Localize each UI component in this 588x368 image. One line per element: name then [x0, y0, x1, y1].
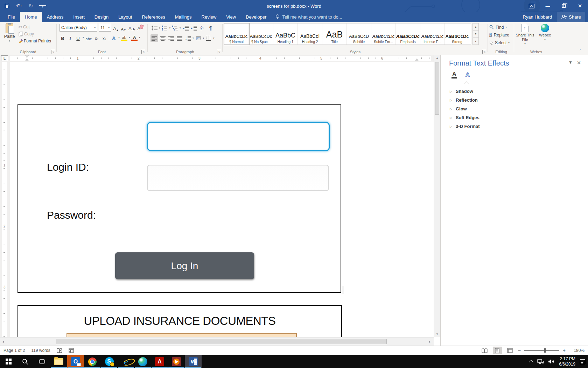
horizontal-ruler[interactable]: 1 2 3 4 5 6	[10, 56, 431, 61]
style-strong[interactable]: AaBbCcDcStrong	[445, 23, 469, 45]
style-subtle-emphasis[interactable]: AaBbCcDcSubtle Em...	[371, 23, 396, 45]
tab-references[interactable]: References	[137, 12, 170, 22]
upload-section-shape[interactable]: UPLOAD INSURANCE DOCUMENTS	[18, 305, 342, 337]
replace-button[interactable]: abac Replace	[489, 31, 509, 39]
format-painter-button[interactable]: Format Painter	[18, 38, 52, 44]
vertical-ruler[interactable]: 1 2 3	[2, 62, 7, 337]
italic-button[interactable]: I	[67, 34, 74, 41]
undo-button[interactable]: ↶▾	[15, 2, 22, 10]
media-player-button[interactable]	[168, 355, 185, 368]
select-button[interactable]: Select▾	[489, 39, 510, 46]
grow-font-button[interactable]: A▲	[113, 24, 119, 31]
redo-button[interactable]: ↻	[27, 2, 34, 10]
multilevel-dropdown-icon[interactable]: ▾	[180, 27, 181, 29]
multilevel-list-button[interactable]	[171, 24, 179, 32]
collapse-ribbon-button[interactable]: ⌃	[578, 49, 583, 53]
bullets-dropdown-icon[interactable]: ▾	[159, 27, 160, 29]
clipboard-dialog-launcher[interactable]: ↘	[51, 50, 55, 54]
underline-dropdown-icon[interactable]: ▾	[83, 36, 84, 39]
tell-me-box[interactable]: Tell me what you want to do...	[271, 12, 346, 22]
font-dialog-launcher[interactable]: ↘	[141, 50, 145, 54]
network-icon[interactable]	[537, 359, 544, 364]
pane-item-glow[interactable]: ▷Glow	[450, 106, 467, 111]
save-button[interactable]	[4, 2, 10, 10]
underline-button[interactable]: U	[75, 34, 81, 41]
borders-dropdown-icon[interactable]: ▾	[213, 37, 215, 40]
pane-item-3d-format[interactable]: ▷3-D Format	[450, 124, 480, 129]
tab-developer[interactable]: Developer	[241, 12, 271, 22]
right-indent-marker[interactable]	[415, 59, 419, 61]
minimize-button[interactable]: —	[540, 0, 556, 12]
decrease-indent-button[interactable]: ◄	[182, 24, 189, 32]
speaker-icon[interactable]	[548, 359, 554, 364]
tab-view[interactable]: View	[221, 12, 241, 22]
style-intense-emphasis[interactable]: AaBbCcDcIntense E...	[420, 23, 445, 45]
zoom-slider-thumb[interactable]	[544, 348, 546, 353]
tab-mailings[interactable]: Mailings	[170, 12, 197, 22]
style-no-spacing[interactable]: AaBbCcDc¶ No Spac...	[249, 23, 273, 45]
highlight-button[interactable]: ab	[121, 34, 127, 41]
web-layout-button[interactable]	[505, 347, 514, 354]
zoom-in-button[interactable]: +	[563, 348, 566, 353]
share-button[interactable]: Share	[557, 12, 585, 22]
sort-button[interactable]: AZ↓	[198, 24, 206, 32]
vertical-scroll-thumb[interactable]	[435, 62, 439, 115]
login-id-input-shape[interactable]	[147, 122, 330, 151]
customize-qat-button[interactable]: ▾	[39, 5, 46, 9]
borders-button[interactable]	[205, 34, 212, 42]
highlight-dropdown-icon[interactable]: ▾	[129, 36, 130, 39]
file-explorer-button[interactable]	[50, 355, 67, 368]
hidden-icons-chevron[interactable]	[529, 360, 533, 364]
horizontal-scroll-thumb[interactable]	[56, 339, 387, 344]
page-indicator[interactable]: Page 1 of 2	[4, 348, 25, 353]
superscript-button[interactable]: x2	[101, 34, 107, 41]
font-color-button[interactable]: A	[131, 34, 138, 41]
taskbar-clock[interactable]: 2:17 PM6/6/2019	[559, 356, 575, 367]
pane-options-dropdown-icon[interactable]: ▼	[568, 60, 573, 65]
task-view-button[interactable]	[34, 355, 50, 368]
align-center-button[interactable]	[159, 34, 167, 42]
login-form-shape[interactable]: Login ID: Password: Log In	[18, 104, 341, 293]
shading-dropdown-icon[interactable]: ▾	[203, 37, 204, 40]
document-page[interactable]: Login ID: Password: Log In UPLOAD INSURA…	[10, 62, 434, 337]
text-fill-outline-tab[interactable]: A	[449, 70, 460, 80]
tab-design[interactable]: Design	[90, 12, 113, 22]
cut-button[interactable]: ✂Cut	[18, 24, 52, 30]
read-mode-button[interactable]	[480, 347, 489, 354]
align-left-button[interactable]	[150, 34, 158, 42]
tab-address[interactable]: Address	[42, 12, 69, 22]
style-heading1[interactable]: AaBbCHeading 1	[273, 23, 298, 45]
show-hide-pilcrow-button[interactable]: ¶	[207, 24, 215, 32]
webex-button[interactable]: Webex ▾	[536, 23, 554, 41]
increase-indent-button[interactable]: ►	[190, 24, 198, 32]
shading-button[interactable]	[195, 34, 202, 42]
print-layout-button[interactable]	[493, 347, 502, 354]
word-taskbar-button[interactable]: W	[185, 355, 202, 368]
pane-item-shadow[interactable]: ▷Shadow	[450, 89, 473, 94]
horizontal-scrollbar[interactable]: ◄ ►	[0, 337, 434, 346]
style-emphasis[interactable]: AaBbCcDcEmphasis	[396, 23, 420, 45]
tab-review[interactable]: Review	[197, 12, 222, 22]
styles-more-button[interactable]: ▼	[472, 38, 479, 45]
tab-selector[interactable]: L	[1, 55, 8, 61]
find-button[interactable]: Find▾	[489, 23, 507, 31]
password-input-shape[interactable]	[147, 165, 329, 191]
strikethrough-button[interactable]: abc	[85, 34, 92, 41]
tab-insert[interactable]: Insert	[68, 12, 90, 22]
outlook-button[interactable]: O	[67, 355, 84, 368]
text-effects-tab[interactable]: A	[462, 70, 473, 80]
pane-item-soft-edges[interactable]: ▷Soft Edges	[450, 115, 479, 120]
proofing-status-icon[interactable]	[57, 348, 62, 353]
scroll-left-button[interactable]: ◄	[0, 339, 6, 345]
zoom-level[interactable]: 180%	[569, 348, 584, 353]
zoom-slider[interactable]	[524, 350, 559, 351]
first-line-indent-marker[interactable]	[25, 55, 29, 58]
scroll-right-button[interactable]: ►	[427, 339, 433, 345]
scroll-up-button[interactable]: ▲	[434, 55, 440, 61]
internet-explorer-button[interactable]: e	[118, 355, 134, 368]
webex-taskbar-button[interactable]	[134, 355, 151, 368]
zoom-out-button[interactable]: −	[518, 348, 521, 353]
tab-layout[interactable]: Layout	[113, 12, 137, 22]
action-center-icon[interactable]	[580, 359, 585, 364]
clear-formatting-button[interactable]: A	[137, 24, 143, 31]
